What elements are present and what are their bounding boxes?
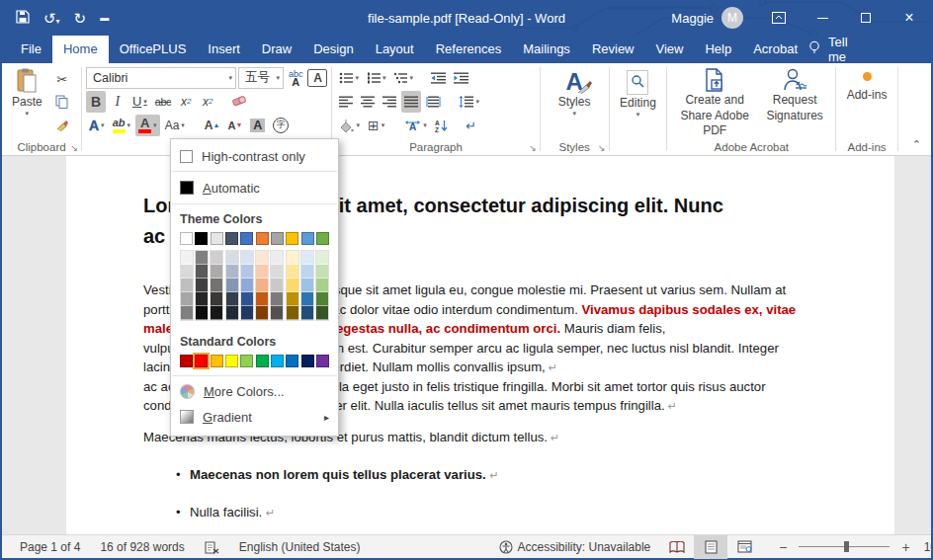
highlight-color-button[interactable]: ab <box>110 115 134 136</box>
maximize-button[interactable] <box>844 0 888 36</box>
create-share-pdf-button[interactable]: Create and Share Adobe PDF <box>671 66 758 141</box>
grow-font-button[interactable]: A▲ <box>202 115 223 136</box>
theme-variant-swatch-4-3[interactable] <box>241 292 253 306</box>
bold-button[interactable]: B <box>86 91 106 113</box>
theme-variant-swatch-0-0[interactable] <box>181 251 193 265</box>
copy-icon[interactable] <box>52 91 72 113</box>
theme-variant-swatch-4-2[interactable] <box>241 279 253 292</box>
tab-references[interactable]: References <box>425 36 512 63</box>
theme-variant-swatch-6-0[interactable] <box>271 251 283 265</box>
theme-variant-swatch-3-2[interactable] <box>226 279 238 292</box>
theme-color-swatch-1[interactable] <box>195 232 208 245</box>
addins-button[interactable]: Add-ins <box>840 66 893 104</box>
phonetic-guide-icon[interactable]: abcA <box>286 67 306 89</box>
theme-color-swatch-5[interactable] <box>256 232 269 245</box>
theme-variant-swatch-0-4[interactable] <box>181 306 193 320</box>
more-colors-item[interactable]: More Colors... <box>171 378 338 404</box>
theme-variant-swatch-0-3[interactable] <box>181 292 193 306</box>
theme-color-swatch-0[interactable] <box>180 232 193 245</box>
theme-variant-swatch-4-1[interactable] <box>241 265 253 279</box>
styles-button[interactable]: A Styles▾ <box>545 66 605 120</box>
theme-variant-swatch-4-4[interactable] <box>241 306 253 320</box>
theme-variant-swatch-3-3[interactable] <box>226 292 238 306</box>
tab-draw[interactable]: Draw <box>251 36 302 63</box>
customize-quick-access-icon[interactable]: ▬ <box>100 14 109 23</box>
paragraph-dialog-launcher[interactable]: ↘ <box>529 143 537 153</box>
cut-icon[interactable]: ✂ <box>52 68 72 90</box>
strikethrough-button[interactable]: abc <box>152 91 174 113</box>
zoom-in-button[interactable]: + <box>897 539 913 555</box>
theme-variant-swatch-9-2[interactable] <box>316 279 328 292</box>
theme-variant-swatch-9-3[interactable] <box>316 292 328 306</box>
standard-color-swatch-5[interactable] <box>256 355 269 367</box>
tab-insert[interactable]: Insert <box>197 36 251 63</box>
tell-me-label[interactable]: Tell me <box>828 35 862 64</box>
show-formatting-marks-button[interactable]: ↵ <box>462 115 481 136</box>
line-spacing-button[interactable] <box>456 91 482 113</box>
align-left-button[interactable] <box>336 91 356 113</box>
character-shading-button[interactable]: A <box>247 115 268 136</box>
theme-color-swatch-4[interactable] <box>240 232 253 245</box>
page-indicator[interactable]: Page 1 of 4 <box>2 540 90 554</box>
standard-color-swatch-3[interactable] <box>225 355 238 367</box>
tab-officeplus[interactable]: OfficePLUS <box>109 36 198 63</box>
tab-help[interactable]: Help <box>694 36 742 63</box>
tab-home[interactable]: Home <box>52 36 109 63</box>
standard-color-swatch-2[interactable] <box>211 355 223 367</box>
zoom-out-button[interactable]: − <box>775 539 791 555</box>
standard-color-swatch-6[interactable] <box>271 355 284 367</box>
theme-variant-swatch-1-0[interactable] <box>196 251 208 265</box>
styles-dialog-launcher[interactable]: ↘ <box>598 143 606 153</box>
collapse-ribbon-icon[interactable]: ⌃ <box>912 138 921 151</box>
redo-button[interactable]: ↻ <box>74 11 87 26</box>
tab-acrobat[interactable]: Acrobat <box>742 36 808 63</box>
standard-color-swatch-0[interactable] <box>180 355 193 367</box>
theme-color-swatch-9[interactable] <box>316 232 329 245</box>
language-indicator[interactable]: English (United States) <box>229 540 371 554</box>
theme-variant-swatch-2-1[interactable] <box>211 265 222 279</box>
minimize-button[interactable] <box>801 0 844 36</box>
user-name[interactable]: Maggie <box>671 11 714 26</box>
gradient-item[interactable]: Gradient ▸ <box>171 404 338 430</box>
standard-color-swatch-4[interactable] <box>240 355 253 367</box>
character-scaling-button[interactable]: A <box>401 115 430 136</box>
zoom-level[interactable]: 100% <box>914 540 933 554</box>
borders-button[interactable]: ⊞ <box>365 115 387 136</box>
theme-variant-swatch-1-3[interactable] <box>196 292 208 306</box>
align-center-button[interactable] <box>358 91 378 113</box>
text-effects-button[interactable]: A <box>86 115 108 136</box>
theme-variant-swatch-3-4[interactable] <box>226 306 238 320</box>
theme-variant-swatch-7-4[interactable] <box>287 306 298 320</box>
tab-mailings[interactable]: Mailings <box>512 36 581 63</box>
theme-variant-swatch-2-2[interactable] <box>211 279 222 292</box>
italic-button[interactable]: I <box>108 91 127 113</box>
undo-button[interactable]: ↺▾ <box>43 11 60 26</box>
tab-review[interactable]: Review <box>581 36 645 63</box>
theme-variant-swatch-5-0[interactable] <box>256 251 268 265</box>
web-layout-button[interactable] <box>727 535 761 559</box>
theme-variant-swatch-5-3[interactable] <box>256 292 268 306</box>
theme-variant-swatch-1-1[interactable] <box>196 265 208 279</box>
tell-me-icon[interactable] <box>808 40 820 58</box>
standard-color-swatch-7[interactable] <box>286 355 298 367</box>
underline-button[interactable]: U <box>129 91 150 113</box>
font-name-combo[interactable]: Calibri▾ <box>86 67 236 89</box>
superscript-button[interactable]: x2 <box>198 91 217 113</box>
theme-variant-swatch-1-4[interactable] <box>196 306 208 320</box>
print-layout-button[interactable] <box>694 535 727 559</box>
theme-variant-swatch-2-3[interactable] <box>211 292 222 306</box>
theme-variant-swatch-8-1[interactable] <box>301 265 313 279</box>
zoom-slider[interactable] <box>799 546 890 547</box>
multilevel-list-button[interactable] <box>390 67 416 89</box>
theme-variant-swatch-0-2[interactable] <box>181 279 193 292</box>
theme-variant-swatch-2-0[interactable] <box>211 251 222 265</box>
theme-variant-swatch-3-1[interactable] <box>226 265 238 279</box>
theme-variant-swatch-4-0[interactable] <box>241 251 253 265</box>
theme-variant-swatch-9-1[interactable] <box>316 265 328 279</box>
avatar[interactable]: M <box>721 7 743 29</box>
proofing-status-icon[interactable] <box>195 540 229 554</box>
theme-color-swatch-2[interactable] <box>211 232 223 245</box>
theme-variant-swatch-7-3[interactable] <box>287 292 298 306</box>
theme-variant-swatch-5-4[interactable] <box>256 306 268 320</box>
tab-design[interactable]: Design <box>302 36 364 63</box>
